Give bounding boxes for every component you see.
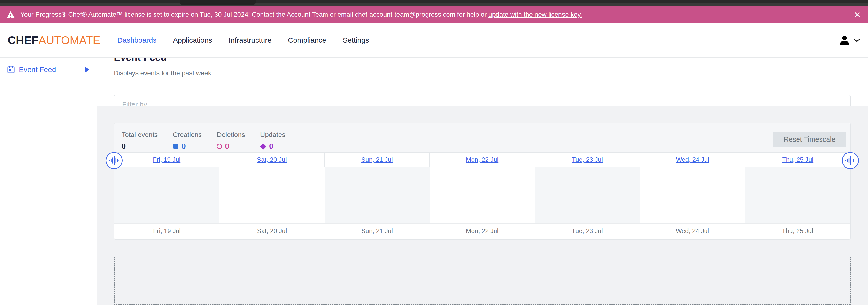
stat-total-events: Total events0: [122, 131, 158, 151]
timeline-column: [535, 167, 640, 224]
main-content: Event Feed Displays events for the past …: [97, 58, 868, 305]
timescale-handle-right[interactable]: [842, 152, 859, 169]
chef-automate-logo[interactable]: CHEFAUTOMATE: [8, 34, 100, 47]
header-right: [839, 35, 860, 46]
stat-deletions: Deletions0: [217, 131, 245, 151]
timeline-cell: [324, 195, 430, 210]
timeline-cell: [640, 195, 745, 210]
day-footer-label: Wed, 24 Jul: [640, 224, 745, 238]
day-header-cell: Fri, 19 Jul: [114, 152, 219, 167]
day-footer-label: Sun, 21 Jul: [324, 224, 430, 238]
timeline-day-footer-row: Fri, 19 JulSat, 20 JulSun, 21 JulMon, 22…: [114, 224, 850, 238]
logo-chef: CHEF: [8, 34, 38, 47]
day-link[interactable]: Sun, 21 Jul: [361, 156, 393, 163]
day-link[interactable]: Mon, 22 Jul: [466, 156, 498, 163]
timeline-cell: [640, 182, 745, 195]
day-header-cell: Wed, 24 Jul: [640, 152, 745, 167]
stat-value: 0: [122, 142, 126, 151]
reset-timescale-button[interactable]: Reset Timescale: [773, 132, 846, 147]
timeline-cell: [114, 182, 219, 195]
timeline-cell: [219, 195, 324, 210]
timeline-column: [745, 167, 850, 224]
timeline-cell: [535, 182, 640, 195]
banner-close-icon[interactable]: ✕: [854, 11, 861, 19]
user-profile-icon[interactable]: [839, 35, 850, 46]
timeline-cell: [430, 167, 535, 182]
timeline-cell: [535, 210, 640, 224]
timeline-column: [640, 167, 745, 224]
license-message: Your Progress® Chef® Automate™ license i…: [20, 11, 848, 19]
page-title: Event Feed: [114, 58, 850, 63]
timeline-stats-bar: Total events0Creations0Deletions0Updates…: [114, 123, 850, 152]
warning-triangle-icon: [6, 11, 15, 19]
timeline-cell: [745, 195, 850, 210]
day-footer-label: Tue, 23 Jul: [535, 224, 640, 238]
timeline-cell: [324, 210, 430, 224]
stat-value: 0: [225, 142, 229, 151]
chevron-down-icon[interactable]: [854, 38, 860, 43]
timescale-handle-left[interactable]: [105, 152, 123, 169]
page-header-section: Event Feed Displays events for the past …: [97, 58, 868, 106]
update-license-link[interactable]: update with the new license key.: [489, 11, 582, 18]
day-footer-label: Fri, 19 Jul: [114, 224, 219, 238]
stat-label: Total events: [122, 131, 158, 139]
calendar-icon: [7, 66, 14, 74]
filter-bar: [114, 94, 850, 106]
timeline-column: [430, 167, 535, 224]
timeline-cell: [430, 182, 535, 195]
day-link[interactable]: Thu, 25 Jul: [782, 156, 813, 163]
day-link[interactable]: Sat, 20 Jul: [257, 156, 287, 163]
nav-item-dashboards[interactable]: Dashboards: [118, 36, 157, 45]
timeline-cell: [745, 167, 850, 182]
timeline-cell: [324, 167, 430, 182]
stat-value: 0: [269, 142, 273, 151]
filter-input[interactable]: [114, 94, 850, 106]
day-header-cell: Thu, 25 Jul: [745, 152, 850, 167]
timeline-section: Total events0Creations0Deletions0Updates…: [97, 106, 868, 305]
stat-marker-outline-circle-icon: [217, 144, 222, 149]
day-header-cell: Sun, 21 Jul: [324, 152, 429, 167]
timeline-cell: [745, 182, 850, 195]
day-link[interactable]: Tue, 23 Jul: [572, 156, 603, 163]
sidebar-item-event-feed[interactable]: Event Feed: [0, 63, 97, 76]
timeline-cell: [640, 210, 745, 224]
page-description: Displays events for the past week.: [114, 70, 850, 77]
timeline-cell: [114, 210, 219, 224]
license-message-text: Your Progress® Chef® Automate™ license i…: [20, 11, 489, 18]
timeline-cell: [535, 195, 640, 210]
timeline-column: [114, 167, 219, 224]
nav-item-compliance[interactable]: Compliance: [288, 36, 326, 45]
timeline-column: [324, 167, 430, 224]
stat-label: Updates: [260, 131, 285, 139]
day-link[interactable]: Fri, 19 Jul: [153, 156, 180, 163]
stat-value: 0: [181, 142, 186, 151]
logo-automate: AUTOMATE: [38, 34, 100, 47]
browser-tab-silhouette: [180, 0, 255, 5]
event-stats: Total events0Creations0Deletions0Updates…: [122, 131, 285, 151]
timeline-cell: [219, 167, 324, 182]
timeline-cell: [114, 195, 219, 210]
day-footer-label: Mon, 22 Jul: [430, 224, 535, 238]
stat-label: Deletions: [217, 131, 245, 139]
event-timeline-card: Total events0Creations0Deletions0Updates…: [114, 123, 850, 240]
nav-item-infrastructure[interactable]: Infrastructure: [228, 36, 272, 45]
timeline-cell: [430, 195, 535, 210]
timeline-cell: [219, 182, 324, 195]
stat-label: Creations: [173, 131, 202, 139]
stat-marker-diamond-icon: [260, 143, 267, 150]
stat-updates: Updates0: [260, 131, 285, 151]
day-header-cell: Mon, 22 Jul: [429, 152, 534, 167]
sidebar: Event Feed: [0, 58, 97, 305]
chef-automate-app: Your Progress® Chef® Automate™ license i…: [0, 0, 868, 305]
sidebar-item-expand-arrow-icon[interactable]: [85, 67, 89, 73]
nav-item-settings[interactable]: Settings: [343, 36, 369, 45]
stat-creations: Creations0: [173, 131, 202, 151]
day-header-cell: Sat, 20 Jul: [219, 152, 324, 167]
sidebar-item-label: Event Feed: [19, 65, 56, 74]
day-footer-label: Thu, 25 Jul: [745, 224, 850, 238]
day-link[interactable]: Wed, 24 Jul: [676, 156, 709, 163]
browser-titlebar: [0, 0, 868, 3]
body-row: Event Feed Event Feed Displays events fo…: [0, 58, 868, 305]
timeline-cell: [640, 167, 745, 182]
nav-item-applications[interactable]: Applications: [173, 36, 212, 45]
